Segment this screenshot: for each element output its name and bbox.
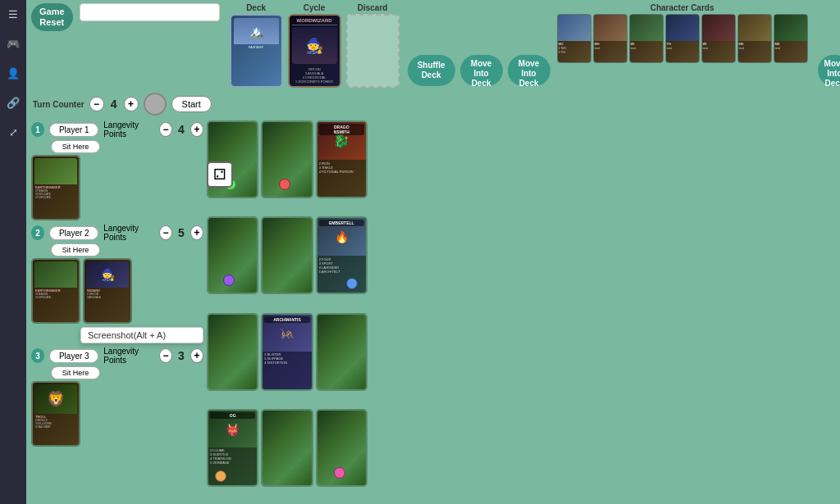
player-1-card-1-inner: EARTHSHAKER 2 REASON3 EXPLICATE4 DUPLICA…: [33, 157, 79, 219]
screenshot-tooltip: Screenshot(Alt + A): [80, 327, 203, 343]
discard-label: Discard: [358, 3, 388, 12]
player-3-card-1[interactable]: 🦁 TROLL 2 MUSCLE3 SYLLOGISM4 GALLIVANT: [31, 381, 80, 447]
deck-card[interactable]: 🏔️ FANTASY: [230, 14, 283, 88]
char-cards-section: Character Cards WC2 WC3 TH WEtext: [557, 3, 808, 63]
main-content: Game Reset Deck 🏔️ FANTASY Cycle: [26, 0, 840, 504]
player-3-lp-increment[interactable]: +: [190, 348, 203, 363]
dragonsmith-label: DRAGO NSMITH: [319, 124, 364, 135]
char-card-5-body: WItext: [702, 41, 735, 51]
pawn-pink: [334, 467, 345, 479]
player-1-lp-increment[interactable]: +: [190, 122, 203, 137]
player-3-name-button[interactable]: Player 3: [49, 349, 98, 363]
turn-spinner[interactable]: [144, 93, 167, 116]
start-button[interactable]: Start: [171, 96, 212, 112]
player-2-card-2-inner: 🧙 WIZARD 2 ZIRCON3 ANGUALA: [84, 260, 130, 322]
player-3-lp-decrement[interactable]: −: [159, 348, 172, 363]
player-1-header: 1 Player 1 Langevity Points − 4 +: [31, 120, 203, 138]
deck-label: Deck: [246, 3, 266, 12]
expand-icon[interactable]: ⤢: [4, 123, 22, 141]
player-1-name-button[interactable]: Player 1: [49, 123, 98, 137]
sidebar: ☰ 🎮 👤 🔗 ⤢: [0, 0, 26, 504]
board-card-3-3: [316, 313, 368, 391]
move-into-deck-1-button[interactable]: Move Into Deck: [460, 55, 503, 86]
player-2-card-2[interactable]: 🧙 WIZARD 2 ZIRCON3 ANGUALA: [83, 258, 132, 324]
player-1-card-1[interactable]: EARTHSHAKER 2 REASON3 EXPLICATE4 DUPLICA…: [31, 155, 80, 220]
wordwizard-title: WORDWIZARD: [292, 18, 337, 25]
deck-section: Deck 🏔️ FANTASY: [230, 3, 283, 88]
player-2-langevity-label: Langevity Points: [103, 224, 157, 242]
cycle-section: Cycle WORDWIZARD 🧙 ZIRCON 3 ANGUALA 4 CR…: [288, 3, 341, 88]
char-card-4-body: THtext: [666, 41, 699, 51]
menu-icon[interactable]: ☰: [4, 5, 22, 23]
char-card-4[interactable]: THtext: [665, 14, 700, 63]
player-3-card-1-inner: 🦁 TROLL 2 MUSCLE3 SYLLOGISM4 GALLIVANT: [33, 383, 79, 445]
archmantis-label: ARCHMANTIS: [264, 316, 309, 323]
board-card-1-2: [261, 120, 313, 198]
player-2-name-button[interactable]: Player 2: [49, 226, 98, 240]
char-card-3[interactable]: WItext: [629, 14, 664, 63]
turn-decrement-button[interactable]: −: [89, 97, 104, 111]
wordwizard-card: WORDWIZARD 🧙 ZIRCON 3 ANGUALA 4 CREDENTI…: [288, 14, 341, 88]
char-card-1[interactable]: WC2 WC3 TH: [557, 14, 591, 63]
char-card-7[interactable]: MEtext: [774, 14, 808, 63]
move-into-deck-2-button[interactable]: Move Into Deck: [508, 55, 550, 86]
board-right-col-3: [370, 313, 840, 406]
player-2-sit-here-button[interactable]: Sit Here: [51, 243, 100, 257]
player-3-lp-value: 3: [175, 349, 188, 362]
shuffle-deck-button[interactable]: Shuffle Deck: [408, 55, 455, 86]
player-2-lp-decrement[interactable]: −: [159, 225, 172, 240]
char-card-5[interactable]: WItext: [701, 14, 736, 63]
player-1-sit-here-button[interactable]: Sit Here: [51, 140, 100, 153]
dice[interactable]: ⚁: [207, 161, 233, 188]
char-card-2-body: WEtext: [594, 41, 627, 51]
share-icon[interactable]: 🔗: [4, 93, 22, 111]
discard-slot[interactable]: [346, 14, 399, 88]
top-bar: Game Reset Deck 🏔️ FANTASY Cycle: [26, 0, 840, 91]
player-1-langevity-label: Langevity Points: [103, 120, 157, 138]
board-card-dragonsmith: DRAGO NSMITH 🐉 2 IRON3 TINKLE4 FICTIONAL…: [316, 120, 368, 198]
discard-section: Discard: [346, 3, 399, 88]
pawn-orange: [215, 470, 226, 482]
char-cards-label: Character Cards: [651, 3, 714, 12]
game-icon[interactable]: 🎮: [4, 34, 22, 52]
move-into-deck-3-button[interactable]: Move Into Deck: [818, 55, 840, 86]
content-area: 1 Player 1 Langevity Points − 4 + Sit He…: [26, 119, 840, 504]
player-1-section: 1 Player 1 Langevity Points − 4 + Sit He…: [31, 120, 203, 220]
user-icon[interactable]: 👤: [4, 64, 22, 82]
board-card-2-1: [207, 216, 258, 294]
player-3-section: 3 Player 3 Langevity Points − 3 + Sit He…: [31, 347, 203, 447]
char-cards-row: WC2 WC3 TH WEtext WItext: [557, 14, 808, 63]
player-2-number: 2: [31, 225, 44, 240]
players-left: 1 Player 1 Langevity Points − 4 + Sit He…: [31, 120, 203, 502]
board-card-4-2: [261, 409, 313, 487]
board-card-embertell: EMBERTELL 🔥 2 FOUR3 SPORT4 LAVENDER5 ARC…: [316, 216, 368, 294]
search-input[interactable]: [80, 3, 220, 21]
board-right-col-4: [370, 409, 840, 502]
char-card-6[interactable]: MEtext: [737, 14, 772, 63]
board-card-2-2: [261, 216, 313, 294]
player-2-card-1[interactable]: EARTHSHAKER 2 REASON3 DUPLICATE: [31, 258, 80, 324]
player-3-langevity-label: Langevity Points: [103, 347, 157, 365]
player-3-sit-here-button[interactable]: Sit Here: [51, 366, 100, 379]
player-2-lp-increment[interactable]: +: [190, 225, 203, 240]
cycle-card[interactable]: WORDWIZARD 🧙 ZIRCON 3 ANGUALA 4 CREDENTI…: [288, 14, 341, 88]
player-1-lp-value: 4: [175, 123, 188, 136]
turn-increment-button[interactable]: +: [124, 97, 139, 111]
wordwizard-body: ZIRCON 3 ANGUALA 4 CREDENTIAL 5 SORCERER…: [295, 67, 333, 84]
board-card-archmantis: ARCHMANTIS 🦗 2 BLISTER3 SLIPPAGE4 DISTOR…: [261, 313, 313, 391]
char-card-2[interactable]: WEtext: [593, 14, 628, 63]
char-card-7-body: MEtext: [774, 41, 807, 51]
player-1-lp-decrement[interactable]: −: [159, 122, 172, 137]
player-1-cards: EARTHSHAKER 2 REASON3 EXPLICATE4 DUPLICA…: [31, 155, 203, 220]
board-center: ⚁ DRAGO NSMITH 🐉 2 IRON3 TINKLE4 FICTION…: [207, 120, 840, 502]
og-label: OG: [210, 412, 255, 419]
turn-counter-label: Turn Counter: [33, 100, 84, 109]
pawn-blue: [346, 278, 358, 289]
player-1-number: 1: [31, 122, 44, 137]
player-3-header: 3 Player 3 Langevity Points − 3 +: [31, 347, 203, 365]
board-card-og: OG 👹 2 ILLUME3 SUBTITLE4 TRIATHLON5 VERB…: [207, 409, 258, 487]
player-2-section: 2 Player 2 Langevity Points − 5 + Sit He…: [31, 224, 203, 343]
embertell-label: EMBERTELL: [319, 220, 364, 226]
game-reset-button[interactable]: Game Reset: [31, 3, 73, 31]
player-2-lp-value: 5: [175, 226, 188, 239]
